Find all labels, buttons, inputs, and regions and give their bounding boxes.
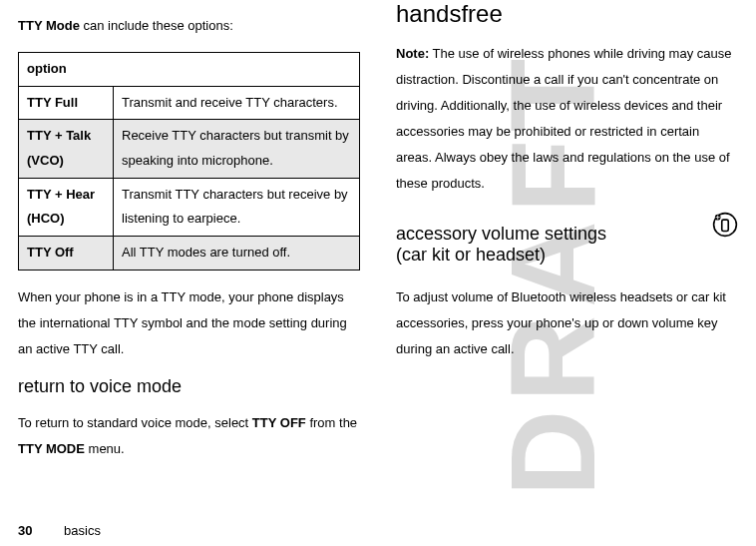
tty-mode-label: TTY Mode: [18, 18, 80, 33]
tty-mode-menu-label: TTY MODE: [18, 441, 85, 456]
note-label: Note:: [396, 46, 429, 61]
page-number: 30: [18, 523, 32, 538]
table-header: option: [19, 53, 360, 87]
left-column: TTY Mode can include these options: opti…: [18, 0, 378, 509]
table-row: TTY Off All TTY modes are turned off.: [19, 237, 360, 271]
page-body: TTY Mode can include these options: opti…: [0, 0, 756, 509]
return-c: from the: [306, 415, 357, 430]
intro-suffix: can include these options:: [80, 18, 233, 33]
row-label: TTY Full: [19, 86, 114, 120]
table-row: TTY + Hear (HCO) Transmit TTY characters…: [19, 178, 360, 236]
row-desc: All TTY modes are turned off.: [114, 237, 360, 271]
row-desc: Transmit TTY characters but receive by l…: [114, 178, 360, 236]
accessory-body: To adjust volume of Bluetooth wireless h…: [396, 284, 738, 362]
row-desc: Transmit and receive TTY characters.: [114, 86, 360, 120]
svg-rect-1: [722, 220, 729, 231]
return-body: To return to standard voice mode, select…: [18, 410, 360, 462]
right-column: handsfree Note: The use of wireless phon…: [378, 0, 738, 509]
handsfree-heading: handsfree: [396, 0, 738, 28]
accessory-heading-line1: accessory volume settings: [396, 224, 606, 244]
return-a: To return to standard voice mode, select: [18, 415, 252, 430]
page-footer: 30 basics: [18, 523, 101, 538]
row-desc: Receive TTY characters but transmit by s…: [114, 120, 360, 178]
accessory-heading: accessory volume settings (car kit or he…: [396, 224, 738, 266]
post-table-text: When your phone is in a TTY mode, your p…: [18, 284, 360, 362]
accessory-icon: [712, 212, 738, 241]
table-row: TTY Full Transmit and receive TTY charac…: [19, 86, 360, 120]
intro-line: TTY Mode can include these options:: [18, 13, 360, 39]
table-row: TTY + Talk (VCO) Receive TTY characters …: [19, 120, 360, 178]
return-heading: return to voice mode: [18, 376, 360, 397]
note-paragraph: Note: The use of wireless phones while d…: [396, 41, 738, 197]
return-e: menu.: [85, 441, 125, 456]
row-label: TTY Off: [19, 237, 114, 271]
row-label: TTY + Talk (VCO): [19, 120, 114, 178]
accessory-heading-line2: (car kit or headset): [396, 245, 546, 265]
tty-off-label: TTY OFF: [252, 415, 306, 430]
row-label: TTY + Hear (HCO): [19, 178, 114, 236]
options-table: option TTY Full Transmit and receive TTY…: [18, 52, 360, 271]
note-body: The use of wireless phones while driving…: [396, 46, 731, 191]
section-name: basics: [64, 523, 101, 538]
